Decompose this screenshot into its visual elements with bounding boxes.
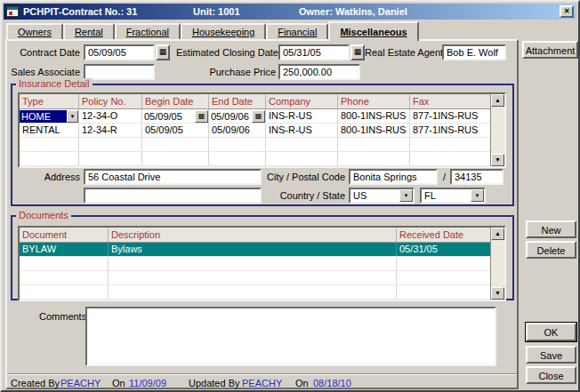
policy-no-cell[interactable]: 12-34-O	[79, 109, 142, 123]
column-header-begin-date[interactable]: Begin Date	[142, 94, 209, 108]
tab-owners[interactable]: Owners	[6, 23, 63, 39]
insurance-grid: Type Policy No. Begin Date End Date Comp…	[18, 92, 506, 168]
policy-no-cell[interactable]: 12-34-R	[79, 124, 142, 137]
column-header-policy-no[interactable]: Policy No.	[79, 94, 142, 108]
estimated-closing-calendar-icon[interactable]: ▦	[350, 44, 365, 60]
type-cell-editor[interactable]: HOME ▼	[20, 109, 79, 123]
postal-separator: /	[443, 172, 446, 182]
company-cell[interactable]: INS-R-US	[266, 109, 338, 123]
insurance-row-home[interactable]: HOME ▼ 12-34-O 05/09/05 ▦ 05/09/06 ▦ INS…	[20, 109, 490, 124]
tab-miscellaneous[interactable]: Miscellaneous	[328, 21, 418, 41]
sales-associate-label: Sales Associate	[9, 67, 80, 77]
app-icon-dot	[9, 12, 12, 15]
created-by-value: PEACHY	[60, 378, 101, 388]
comments-field[interactable]	[85, 307, 496, 366]
created-by-label: Created By	[11, 378, 60, 388]
tab-miscellaneous-label: Miscellaneous	[340, 27, 407, 37]
type-dropdown-icon[interactable]: ▼	[67, 110, 78, 123]
begin-date-cell[interactable]: 05/09/05	[142, 124, 209, 137]
updated-by-value: PEACHY	[242, 378, 282, 388]
tab-financial[interactable]: Financial	[266, 23, 328, 39]
tab-fractional-label: Fractional	[126, 27, 169, 37]
scroll-up-icon[interactable]: ▲	[491, 228, 504, 240]
document-row-empty	[20, 257, 490, 271]
end-date-value: 05/09/06	[209, 110, 249, 123]
document-cell[interactable]: BYLAW	[20, 243, 109, 256]
ok-button[interactable]: OK	[526, 323, 576, 341]
tab-rental[interactable]: Rental	[63, 23, 115, 39]
contract-date-calendar-icon[interactable]: ▦	[156, 44, 170, 60]
state-select[interactable]: FL ▼	[420, 188, 486, 204]
sales-associate-field[interactable]	[84, 64, 155, 80]
close-icon[interactable]: ✕	[560, 5, 574, 18]
description-cell[interactable]: Bylaws	[109, 243, 397, 256]
type-cell[interactable]: RENTAL	[20, 124, 79, 137]
insurance-row-empty	[20, 138, 490, 152]
document-row-selected[interactable]: BYLAW Bylaws 05/31/05	[20, 243, 490, 257]
end-date-cell[interactable]: 05/09/06	[209, 124, 266, 137]
column-header-type[interactable]: Type	[20, 94, 79, 108]
tab-housekeeping[interactable]: Housekeeping	[181, 23, 266, 39]
column-header-end-date[interactable]: End Date	[209, 94, 266, 108]
updated-date-value: 08/18/10	[313, 378, 351, 388]
documents-grid-header: Document Description Received Date	[20, 228, 490, 243]
column-header-description[interactable]: Description	[109, 228, 397, 242]
address-field[interactable]: 56 Coastal Drive	[84, 169, 262, 185]
phone-cell[interactable]: 800-1INS-RUS	[338, 124, 410, 137]
tab-fractional[interactable]: Fractional	[115, 23, 181, 39]
insurance-grid-header: Type Policy No. Begin Date End Date Comp…	[20, 94, 490, 109]
column-header-received-date[interactable]: Received Date	[397, 228, 490, 242]
country-dropdown-icon[interactable]: ▼	[399, 189, 413, 202]
app-icon[interactable]	[6, 6, 19, 17]
delete-button[interactable]: Delete	[526, 241, 576, 259]
column-header-document[interactable]: Document	[20, 228, 109, 242]
scroll-down-icon[interactable]: ▼	[491, 154, 504, 166]
state-dropdown-icon[interactable]: ▼	[471, 189, 484, 202]
tab-bar: Owners Rental Fractional Housekeeping Fi…	[6, 21, 419, 39]
insurance-grid-columns: Type Policy No. Begin Date End Date Comp…	[20, 94, 490, 166]
document-row-empty	[20, 271, 490, 285]
country-select[interactable]: US ▼	[349, 188, 415, 204]
insurance-scrollbar[interactable]: ▲ ▼	[490, 94, 504, 166]
received-date-cell[interactable]: 05/31/05	[397, 243, 490, 256]
column-header-company[interactable]: Company	[266, 94, 338, 108]
address2-field[interactable]	[84, 188, 262, 204]
footer-separator	[7, 373, 517, 375]
attachment-button[interactable]: Attachment	[522, 41, 578, 59]
insurance-row-rental[interactable]: RENTAL 12-34-R 05/09/05 05/09/06 INS-R-U…	[20, 124, 490, 138]
new-button[interactable]: New	[526, 220, 576, 238]
scroll-up-icon[interactable]: ▲	[491, 94, 504, 107]
column-header-phone[interactable]: Phone	[338, 94, 410, 108]
fax-cell[interactable]: 877-1INS-RUS	[410, 124, 490, 137]
purchase-price-field[interactable]: 250,000.00	[278, 64, 360, 80]
documents-scrollbar[interactable]: ▲ ▼	[490, 228, 504, 300]
calendar-icon[interactable]: ▦	[252, 110, 265, 123]
purchase-price-label: Purchase Price	[176, 67, 276, 77]
fax-cell[interactable]: 877-1INS-RUS	[410, 109, 490, 123]
city-field[interactable]: Bonita Springs	[349, 169, 438, 185]
calendar-icon[interactable]: ▦	[195, 110, 208, 123]
phone-cell[interactable]: 800-1INS-RUS	[338, 109, 410, 123]
contract-date-field[interactable]: 05/09/05	[84, 44, 155, 60]
tab-financial-label: Financial	[278, 27, 317, 37]
close-button[interactable]: Close	[526, 366, 576, 384]
title-bar[interactable]: PCHPIT-Contract No.: 31 Unit: 1001 Owner…	[4, 4, 576, 20]
postal-code-field[interactable]: 34135	[450, 169, 503, 185]
document-row-empty	[20, 285, 490, 300]
contract-date-label: Contract Date	[9, 47, 80, 58]
estimated-closing-date-field[interactable]: 05/31/05	[278, 44, 350, 60]
scroll-down-icon[interactable]: ▼	[491, 287, 504, 300]
company-cell[interactable]: INS-R-US	[266, 124, 338, 137]
save-button[interactable]: Save	[526, 346, 576, 364]
column-header-fax[interactable]: Fax	[410, 94, 490, 108]
city-postal-label: City / Postal Code	[267, 172, 345, 182]
estimated-closing-date-label: Estimated Closing Date	[176, 47, 276, 58]
comments-label: Comments	[39, 311, 86, 322]
updated-on-label: On	[295, 378, 309, 388]
window-title-unit: Unit: 1001	[193, 6, 240, 17]
real-estate-agent-field[interactable]: Bob E. Wolf	[442, 44, 506, 60]
created-date-value: 11/09/09	[129, 378, 166, 388]
documents-grid: Document Description Received Date BYLAW…	[18, 226, 506, 301]
end-date-cell[interactable]: 05/09/06 ▦	[209, 109, 266, 123]
begin-date-cell[interactable]: 05/09/05 ▦	[142, 109, 209, 123]
